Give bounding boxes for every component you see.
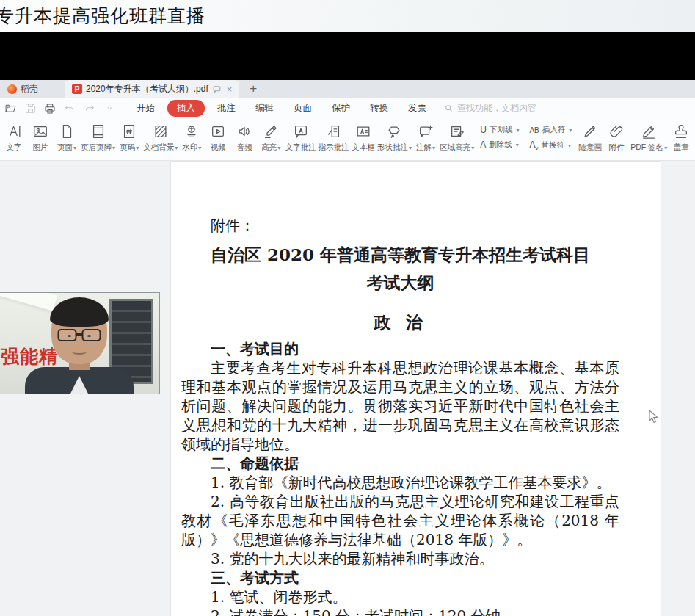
chevron-down-icon: ▾: [471, 145, 474, 151]
section-heading: 二、命题依据: [181, 454, 619, 473]
note-icon: [418, 123, 434, 140]
ribbon-button-附件[interactable]: 附件: [604, 123, 629, 153]
text-annotation-icon: [293, 123, 309, 140]
print-icon[interactable]: [43, 102, 57, 115]
chevron-down-icon: ▾: [175, 145, 178, 151]
strikethrough-icon: A: [480, 139, 486, 150]
text-icon: [6, 123, 22, 140]
screen: 专升本提高强化班群直播 稻壳 P 2020年专升本（考试大纲）.pdf × + …: [0, 0, 695, 616]
new-tab-button[interactable]: +: [239, 80, 267, 98]
menu-item-插入[interactable]: 插入: [167, 100, 205, 117]
ribbon-button-视频[interactable]: 视频: [205, 123, 230, 153]
ribbon-button-注解[interactable]: 注解▾: [413, 123, 438, 153]
document-body: 一、考试目的主要考查考生对专科升本科思想政治理论课基本概念、基本原理和基本观点的…: [181, 339, 619, 616]
save-icon[interactable]: [23, 102, 37, 115]
menu-item-批注[interactable]: 批注: [210, 100, 243, 117]
ribbon-button-音频[interactable]: 音频: [232, 123, 257, 153]
menu-item-发票[interactable]: 发票: [401, 100, 434, 117]
menu-item-开始[interactable]: 开始: [129, 100, 162, 117]
chevron-down-icon: ▾: [409, 145, 412, 151]
ribbon-button-文档背景[interactable]: 文档背景▾: [143, 123, 178, 153]
redo-icon[interactable]: [83, 102, 96, 115]
menu-bar: 开始插入批注编辑页面保护转换发票 查找功能，文档内容: [0, 98, 695, 119]
section-paragraph: 1. 教育部《新时代高校思想政治理论课教学工作基本要求》。: [181, 473, 619, 492]
ribbon-button-删除线[interactable]: A删除线▾: [480, 139, 519, 150]
stream-title: 专升本提高强化班群直播: [0, 4, 205, 28]
search-icon: [444, 104, 454, 113]
menu-item-编辑[interactable]: 编辑: [248, 100, 281, 117]
audio-icon: [236, 123, 252, 140]
image-icon: [32, 123, 48, 140]
ribbon-button-随意画[interactable]: 随意画: [578, 123, 603, 153]
ribbon-button-页眉页脚[interactable]: 页眉页脚▾: [81, 123, 115, 153]
chevron-down-icon: ▾: [112, 145, 115, 151]
more-icon[interactable]: [103, 102, 116, 115]
ribbon-button-下划线[interactable]: U下划线▾: [480, 125, 519, 135]
black-strip: [0, 32, 695, 80]
pdf-signature-icon: [641, 123, 657, 140]
page-icon: [59, 123, 75, 140]
document-title-line2: 考试大纲: [181, 269, 619, 297]
ribbon-button-文字[interactable]: 文字: [1, 123, 26, 153]
textbox-icon: [355, 123, 371, 140]
caret-icon: AB: [529, 126, 539, 134]
shape-annotation-icon: [386, 123, 402, 140]
section-paragraph: 2. 高等教育出版社出版的马克思主义理论研究和建设工程重点教材《毛泽东思想和中国…: [181, 492, 619, 549]
chevron-down-icon: ▾: [277, 145, 280, 151]
underline-icon: U: [480, 125, 487, 135]
undo-icon[interactable]: [63, 102, 76, 115]
ribbon-button-水印[interactable]: 水印▾: [179, 123, 204, 153]
ribbon-stack-group: AB插入符▾Av替换符▾: [525, 123, 576, 151]
tab-active-document[interactable]: P 2020年专升本（考试大纲）.pdf ×: [65, 80, 239, 98]
folder-open-icon[interactable]: [4, 102, 17, 115]
pdf-icon: P: [72, 84, 82, 94]
glasses: [58, 329, 101, 341]
ribbon-button-页码[interactable]: 页码▾: [117, 123, 142, 153]
search-box[interactable]: 查找功能，文档内容: [444, 102, 536, 115]
ribbon-button-页面[interactable]: 页面▾: [54, 123, 79, 153]
close-icon[interactable]: ×: [227, 84, 233, 95]
chevron-down-icon: ▾: [516, 142, 519, 148]
menu-item-保护[interactable]: 保护: [324, 100, 357, 117]
stamp-icon: [673, 123, 689, 140]
chevron-down-icon: ▾: [73, 145, 76, 151]
attachment-icon: [608, 123, 625, 140]
doc-background-icon: [153, 123, 169, 140]
header-footer-icon: [90, 123, 106, 140]
ribbon-button-替换符[interactable]: Av替换符▾: [529, 139, 572, 151]
ribbon-button-文本框[interactable]: 文本框: [351, 123, 376, 153]
section-paragraph: 3. 党的十九大以来的最新精神和时事政治。: [181, 549, 619, 568]
callout-annotation-icon: [326, 123, 342, 140]
section-heading: 三、考试方式: [181, 568, 619, 587]
chevron-down-icon: ▾: [432, 145, 435, 151]
quick-access-toolbar: [0, 102, 122, 115]
tab-docer[interactable]: 稻壳: [0, 80, 59, 98]
search-placeholder: 查找功能，文档内容: [457, 102, 536, 115]
menu-item-页面[interactable]: 页面: [286, 100, 319, 117]
ribbon-button-高亮[interactable]: 高亮▾: [258, 123, 283, 153]
presenter-head: [51, 300, 107, 364]
chevron-down-icon: ▾: [569, 127, 572, 134]
ribbon-button-盖章[interactable]: 盖章: [669, 123, 694, 153]
ribbon-button-PDF 签名[interactable]: PDF 签名▾: [630, 123, 667, 153]
section-paragraph: 1. 笔试、闭卷形式。: [181, 587, 619, 606]
tab-docer-label: 稻壳: [21, 83, 38, 95]
comment-bubble-icon[interactable]: [212, 84, 222, 94]
webcam-overlay: 强能精: [0, 292, 160, 394]
section-paragraph: 主要考查考生对专科升本科思想政治理论课基本概念、基本原理和基本观点的掌握情况及运…: [181, 358, 619, 454]
highlight-icon: [263, 123, 279, 140]
ribbon-button-文字批注[interactable]: 文字批注: [285, 123, 316, 153]
section-paragraph: 2. 试卷满分：150 分；考试时间：120 分钟。: [181, 606, 619, 616]
chevron-down-icon: ▾: [516, 127, 519, 134]
ribbon-button-插入符[interactable]: AB插入符▾: [529, 125, 572, 135]
ribbon-button-形状批注[interactable]: 形状批注▾: [377, 123, 412, 153]
tab-bar: 稻壳 P 2020年专升本（考试大纲）.pdf × +: [0, 80, 695, 98]
ribbon-button-区域高亮[interactable]: 区域高亮▾: [440, 123, 474, 153]
document-title-line1: 自治区 2020 年普通高等教育专升本招生考试科目: [181, 241, 619, 269]
ribbon-button-指示批注[interactable]: 指示批注: [318, 123, 349, 153]
document-subject: 政 治: [181, 313, 619, 332]
tab-active-label: 2020年专升本（考试大纲）.pdf: [86, 83, 208, 95]
ribbon-button-图片[interactable]: 图片: [28, 123, 53, 153]
docer-icon: [7, 84, 17, 94]
menu-item-转换[interactable]: 转换: [363, 100, 396, 117]
